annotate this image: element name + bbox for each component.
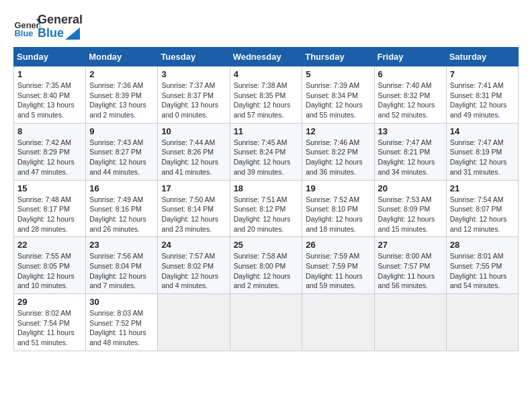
calendar-cell: 6Sunrise: 7:40 AMSunset: 8:32 PMDaylight… <box>374 66 446 124</box>
day-number: 22 <box>17 240 82 250</box>
day-info: Sunrise: 7:35 AMSunset: 8:40 PMDaylight:… <box>17 81 82 120</box>
day-info: Sunrise: 7:49 AMSunset: 8:16 PMDaylight:… <box>89 195 154 234</box>
day-info: Sunrise: 7:59 AMSunset: 7:59 PMDaylight:… <box>306 251 370 291</box>
calendar-cell: 4Sunrise: 7:38 AMSunset: 8:35 PMDaylight… <box>230 66 302 124</box>
calendar-cell: 20Sunrise: 7:53 AMSunset: 8:09 PMDayligh… <box>374 180 446 237</box>
calendar-cell: 21Sunrise: 7:54 AMSunset: 8:07 PMDayligh… <box>446 180 518 237</box>
svg-text:Blue: Blue <box>15 28 34 38</box>
calendar-cell: 24Sunrise: 7:57 AMSunset: 8:02 PMDayligh… <box>158 237 230 294</box>
calendar-week-3: 15Sunrise: 7:48 AMSunset: 8:17 PMDayligh… <box>14 180 519 237</box>
calendar-cell: 27Sunrise: 8:00 AMSunset: 7:57 PMDayligh… <box>374 237 446 294</box>
day-info: Sunrise: 7:41 AMSunset: 8:31 PMDaylight:… <box>450 81 515 120</box>
day-info: Sunrise: 7:44 AMSunset: 8:26 PMDaylight:… <box>161 138 226 177</box>
calendar-cell <box>374 294 446 351</box>
logo-general-text: General <box>38 13 83 27</box>
day-number: 17 <box>161 183 226 193</box>
day-number: 26 <box>306 240 370 250</box>
calendar-cell: 25Sunrise: 7:58 AMSunset: 8:00 PMDayligh… <box>230 237 302 294</box>
day-info: Sunrise: 7:38 AMSunset: 8:35 PMDaylight:… <box>234 81 299 120</box>
calendar-header-tuesday: Tuesday <box>158 48 230 66</box>
day-number: 1 <box>17 69 82 79</box>
day-number: 9 <box>89 126 154 136</box>
day-info: Sunrise: 7:57 AMSunset: 8:02 PMDaylight:… <box>161 251 226 291</box>
day-number: 10 <box>161 126 226 136</box>
calendar-week-4: 22Sunrise: 7:55 AMSunset: 8:05 PMDayligh… <box>14 237 519 294</box>
calendar-cell: 30Sunrise: 8:03 AMSunset: 7:52 PMDayligh… <box>86 294 158 351</box>
day-number: 11 <box>234 126 299 136</box>
day-info: Sunrise: 7:39 AMSunset: 8:34 PMDaylight:… <box>306 81 370 120</box>
day-number: 23 <box>89 240 154 250</box>
day-info: Sunrise: 8:00 AMSunset: 7:57 PMDaylight:… <box>378 251 443 291</box>
day-number: 19 <box>306 183 370 193</box>
day-info: Sunrise: 7:42 AMSunset: 8:29 PMDaylight:… <box>17 138 82 177</box>
calendar-cell: 12Sunrise: 7:46 AMSunset: 8:22 PMDayligh… <box>302 123 374 180</box>
day-info: Sunrise: 8:03 AMSunset: 7:52 PMDaylight:… <box>89 308 154 348</box>
calendar-cell: 8Sunrise: 7:42 AMSunset: 8:29 PMDaylight… <box>14 123 86 180</box>
calendar-week-5: 29Sunrise: 8:02 AMSunset: 7:54 PMDayligh… <box>14 294 519 351</box>
day-info: Sunrise: 7:43 AMSunset: 8:27 PMDaylight:… <box>89 138 154 177</box>
day-number: 2 <box>89 69 154 79</box>
day-info: Sunrise: 8:01 AMSunset: 7:55 PMDaylight:… <box>450 251 515 291</box>
day-info: Sunrise: 7:52 AMSunset: 8:10 PMDaylight:… <box>306 195 370 234</box>
logo-icon: General Blue <box>13 13 40 40</box>
calendar-cell: 19Sunrise: 7:52 AMSunset: 8:10 PMDayligh… <box>302 180 374 237</box>
day-info: Sunrise: 7:45 AMSunset: 8:24 PMDaylight:… <box>234 138 299 177</box>
calendar-header-thursday: Thursday <box>302 48 374 66</box>
day-number: 30 <box>89 297 154 307</box>
page-header: General Blue General Blue <box>13 13 519 40</box>
day-info: Sunrise: 7:55 AMSunset: 8:05 PMDaylight:… <box>17 251 82 291</box>
calendar-cell <box>230 294 302 351</box>
calendar-cell <box>302 294 374 351</box>
day-info: Sunrise: 7:46 AMSunset: 8:22 PMDaylight:… <box>306 138 370 177</box>
day-info: Sunrise: 7:53 AMSunset: 8:09 PMDaylight:… <box>378 195 443 234</box>
calendar-cell: 5Sunrise: 7:39 AMSunset: 8:34 PMDaylight… <box>302 66 374 124</box>
calendar-cell: 18Sunrise: 7:51 AMSunset: 8:12 PMDayligh… <box>230 180 302 237</box>
calendar-header-saturday: Saturday <box>446 48 518 66</box>
calendar-cell: 3Sunrise: 7:37 AMSunset: 8:37 PMDaylight… <box>158 66 230 124</box>
day-number: 25 <box>234 240 299 250</box>
calendar-cell: 16Sunrise: 7:49 AMSunset: 8:16 PMDayligh… <box>86 180 158 237</box>
calendar-cell: 14Sunrise: 7:47 AMSunset: 8:19 PMDayligh… <box>446 123 518 180</box>
day-number: 7 <box>450 69 515 79</box>
day-info: Sunrise: 7:47 AMSunset: 8:21 PMDaylight:… <box>378 138 443 177</box>
day-number: 6 <box>378 69 443 79</box>
calendar-cell: 10Sunrise: 7:44 AMSunset: 8:26 PMDayligh… <box>158 123 230 180</box>
logo-blue-text: Blue <box>38 27 83 40</box>
day-number: 14 <box>450 126 515 136</box>
calendar-header-friday: Friday <box>374 48 446 66</box>
day-info: Sunrise: 7:47 AMSunset: 8:19 PMDaylight:… <box>450 138 515 177</box>
day-info: Sunrise: 7:51 AMSunset: 8:12 PMDaylight:… <box>234 195 299 234</box>
day-number: 3 <box>161 69 226 79</box>
calendar-cell: 28Sunrise: 8:01 AMSunset: 7:55 PMDayligh… <box>446 237 518 294</box>
day-info: Sunrise: 7:48 AMSunset: 8:17 PMDaylight:… <box>17 195 82 234</box>
day-number: 8 <box>17 126 82 136</box>
day-number: 12 <box>306 126 370 136</box>
calendar-cell: 26Sunrise: 7:59 AMSunset: 7:59 PMDayligh… <box>302 237 374 294</box>
calendar-cell: 22Sunrise: 7:55 AMSunset: 8:05 PMDayligh… <box>14 237 86 294</box>
day-info: Sunrise: 7:37 AMSunset: 8:37 PMDaylight:… <box>161 81 226 120</box>
calendar-cell: 23Sunrise: 7:56 AMSunset: 8:04 PMDayligh… <box>86 237 158 294</box>
calendar-cell: 29Sunrise: 8:02 AMSunset: 7:54 PMDayligh… <box>14 294 86 351</box>
day-number: 15 <box>17 183 82 193</box>
day-info: Sunrise: 7:50 AMSunset: 8:14 PMDaylight:… <box>161 195 226 234</box>
calendar-week-2: 8Sunrise: 7:42 AMSunset: 8:29 PMDaylight… <box>14 123 519 180</box>
day-number: 13 <box>378 126 443 136</box>
day-number: 4 <box>234 69 299 79</box>
day-number: 5 <box>306 69 370 79</box>
calendar-cell: 7Sunrise: 7:41 AMSunset: 8:31 PMDaylight… <box>446 66 518 124</box>
day-number: 24 <box>161 240 226 250</box>
svg-marker-3 <box>65 28 80 40</box>
calendar-cell: 11Sunrise: 7:45 AMSunset: 8:24 PMDayligh… <box>230 123 302 180</box>
calendar-cell: 2Sunrise: 7:36 AMSunset: 8:39 PMDaylight… <box>86 66 158 124</box>
logo: General Blue General Blue <box>13 13 83 40</box>
calendar-cell <box>446 294 518 351</box>
calendar-cell: 17Sunrise: 7:50 AMSunset: 8:14 PMDayligh… <box>158 180 230 237</box>
day-info: Sunrise: 7:40 AMSunset: 8:32 PMDaylight:… <box>378 81 443 120</box>
calendar-header-row: SundayMondayTuesdayWednesdayThursdayFrid… <box>14 48 519 66</box>
day-number: 18 <box>234 183 299 193</box>
day-number: 27 <box>378 240 443 250</box>
calendar-cell: 15Sunrise: 7:48 AMSunset: 8:17 PMDayligh… <box>14 180 86 237</box>
calendar-cell: 1Sunrise: 7:35 AMSunset: 8:40 PMDaylight… <box>14 66 86 124</box>
day-number: 16 <box>89 183 154 193</box>
calendar-week-1: 1Sunrise: 7:35 AMSunset: 8:40 PMDaylight… <box>14 66 519 124</box>
